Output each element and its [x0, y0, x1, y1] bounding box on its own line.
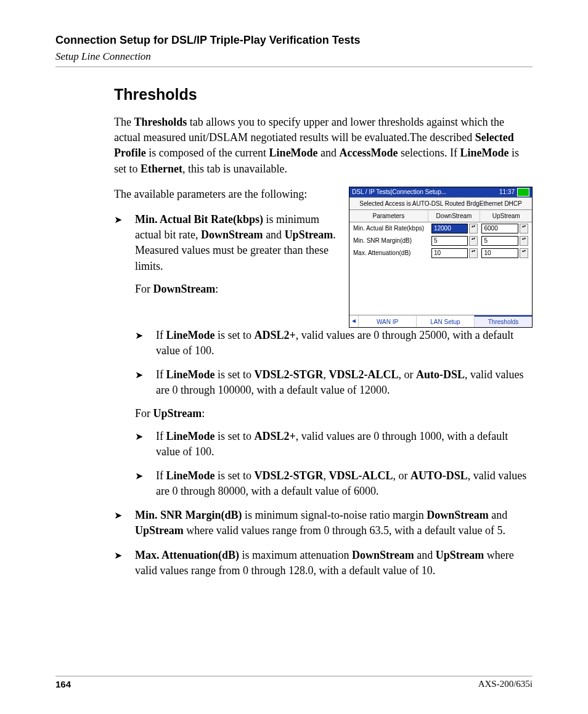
device-screenshot: DSL / IP Tests|Connection Setup... 11:37… — [349, 187, 533, 328]
col-downstream: DownStream — [428, 210, 480, 222]
spinner-icon[interactable]: ▴▾ — [520, 224, 528, 233]
bullet-ds-adsl2: If LineMode is set to ADSL2+, valid valu… — [135, 328, 533, 359]
bullet-min-bitrate: Min. Actual Bit Rate(kbps) is minimum ac… — [114, 212, 337, 274]
battery-icon — [517, 188, 529, 197]
snr-up-input[interactable]: 5 — [481, 236, 518, 246]
spinner-icon[interactable]: ▴▾ — [520, 248, 528, 258]
spinner-icon[interactable]: ▴▾ — [520, 236, 528, 246]
for-downstream-label: For DownStream: — [135, 283, 337, 296]
tab-nav-left[interactable]: ◄ — [349, 315, 359, 327]
for-upstream-label: For UpStream: — [135, 407, 533, 420]
intro-paragraph-1: The Thresholds tab allows you to specify… — [114, 115, 533, 177]
bullet-us-vdsl: If LineMode is set to VDSL2-STGR, VDSL-A… — [135, 468, 533, 499]
tab-wan-ip[interactable]: WAN IP — [359, 315, 416, 327]
bullet-min-snr: Min. SNR Margin(dB) is minimum signal-to… — [114, 508, 533, 538]
bullet-us-adsl2: If LineMode is set to ADSL2+, valid valu… — [135, 429, 533, 460]
tab-thresholds[interactable]: Thresholds — [474, 315, 532, 327]
device-row-atten: Max. Attenuation(dB) 10▴▾ 10▴▾ — [349, 247, 532, 259]
page-footer: 164 AXS-200/635i — [55, 671, 533, 689]
header-rule — [55, 67, 533, 67]
device-row-bitrate: Min. Actual Bit Rate(kbps) 12000▴▾ 6000▴… — [349, 222, 532, 235]
device-row-snr: Min. SNR Margin(dB) 5▴▾ 5▴▾ — [349, 235, 532, 247]
col-parameters: Parameters — [349, 210, 428, 222]
spinner-icon[interactable]: ▴▾ — [469, 224, 478, 233]
spinner-icon[interactable]: ▴▾ — [469, 248, 478, 258]
device-title: DSL / IP Tests|Connection Setup... — [352, 189, 499, 195]
tab-lan-setup[interactable]: LAN Setup — [416, 315, 474, 327]
snr-down-input[interactable]: 5 — [431, 236, 468, 246]
device-titlebar: DSL / IP Tests|Connection Setup... 11:37 — [349, 187, 532, 197]
col-upstream: UpStream — [480, 210, 532, 222]
page-header-subtitle: Setup Line Connection — [55, 51, 533, 63]
section-title: Thresholds — [114, 86, 533, 103]
device-tabs: ◄ WAN IP LAN Setup Thresholds — [349, 315, 532, 327]
intro-paragraph-2: The available parameters are the followi… — [114, 187, 337, 202]
bitrate-down-input[interactable]: 12000 — [431, 224, 468, 233]
doc-id: AXS-200/635i — [478, 679, 533, 689]
bullet-ds-vdsl: If LineMode is set to VDSL2-STGR, VDSL2-… — [135, 367, 533, 398]
device-selected-access: Selected Access is AUTO-DSL Routed BrdgE… — [349, 197, 532, 210]
bullet-max-atten: Max. Attenuation(dB) is maximum attenuat… — [114, 548, 533, 578]
bitrate-up-input[interactable]: 6000 — [481, 224, 518, 233]
atten-up-input[interactable]: 10 — [481, 248, 518, 258]
page-number: 164 — [55, 679, 71, 689]
spinner-icon[interactable]: ▴▾ — [469, 236, 478, 246]
device-clock: 11:37 — [499, 189, 515, 195]
atten-down-input[interactable]: 10 — [431, 248, 468, 258]
device-column-headers: Parameters DownStream UpStream — [349, 210, 532, 222]
page-header-title: Connection Setup for DSL/IP Triple-Play … — [55, 34, 533, 47]
